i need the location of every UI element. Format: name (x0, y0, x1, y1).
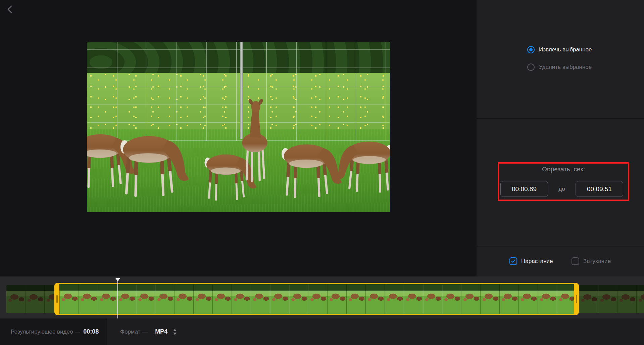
filmstrip-before-selection[interactable] (6, 285, 54, 313)
selection-left-handle[interactable] (54, 283, 59, 315)
chevron-left-icon (6, 5, 14, 14)
format-label: Формат — (120, 329, 148, 335)
checkmark-icon (511, 259, 515, 263)
deer-illustration (87, 42, 390, 212)
checkbox-checked-icon (509, 257, 517, 265)
panel-divider (477, 118, 644, 119)
result-label: Результирующее видео — (11, 329, 80, 335)
playhead[interactable] (115, 278, 120, 320)
filmstrip-after-selection[interactable] (579, 285, 644, 313)
player-controls: 00:01 / 00:10 (0, 218, 477, 237)
fade-out-label: Затухание (583, 258, 611, 265)
trim-highlight-box: Обрезать, сек: до (498, 162, 629, 201)
playhead-line (117, 281, 118, 320)
filmstrip-selected[interactable] (59, 284, 574, 314)
handle-notch (576, 295, 577, 303)
radio-delete-label: Удалить выбранное (539, 64, 592, 71)
fade-in-label: Нарастание (521, 258, 553, 265)
trim-title: Обрезать, сек: (499, 166, 628, 173)
checkbox-unchecked-icon (572, 257, 579, 265)
stepper-up-icon (173, 329, 177, 331)
selection-right-handle[interactable] (574, 283, 579, 315)
result-info: Результирующее видео — 00:08 (0, 318, 107, 345)
player-area: 00:01 / 00:10 (0, 0, 477, 276)
radio-on-icon (527, 46, 535, 53)
radio-off-icon (527, 63, 535, 71)
timeline-selection[interactable] (54, 283, 579, 315)
fade-in-checkbox-row[interactable]: Нарастание (509, 257, 553, 265)
trim-between-label: до (548, 186, 576, 192)
back-button[interactable] (5, 4, 15, 15)
format-selector[interactable]: Формат — MP4 (120, 318, 177, 345)
format-value: MP4 (155, 328, 167, 335)
radio-extract-selected[interactable]: Извлечь выбранное (527, 46, 592, 53)
timeline[interactable] (0, 276, 644, 318)
settings-panel: Извлечь выбранное Удалить выбранное Обре… (477, 0, 644, 276)
trim-from-input[interactable] (500, 181, 548, 197)
trim-inputs-row: до (500, 181, 623, 197)
fade-out-checkbox-row[interactable]: Затухание (572, 257, 611, 265)
radio-delete-selected[interactable]: Удалить выбранное (527, 63, 592, 71)
radio-extract-label: Извлечь выбранное (539, 46, 592, 53)
trim-to-input[interactable] (576, 181, 623, 197)
video-preview[interactable] (87, 42, 390, 212)
panel-divider (477, 247, 644, 247)
stepper-down-icon (173, 333, 177, 335)
footer-bar: Результирующее видео — 00:08 Формат — MP… (0, 318, 644, 345)
result-duration: 00:08 (83, 328, 99, 335)
handle-notch (56, 295, 58, 303)
format-stepper[interactable] (173, 329, 177, 335)
